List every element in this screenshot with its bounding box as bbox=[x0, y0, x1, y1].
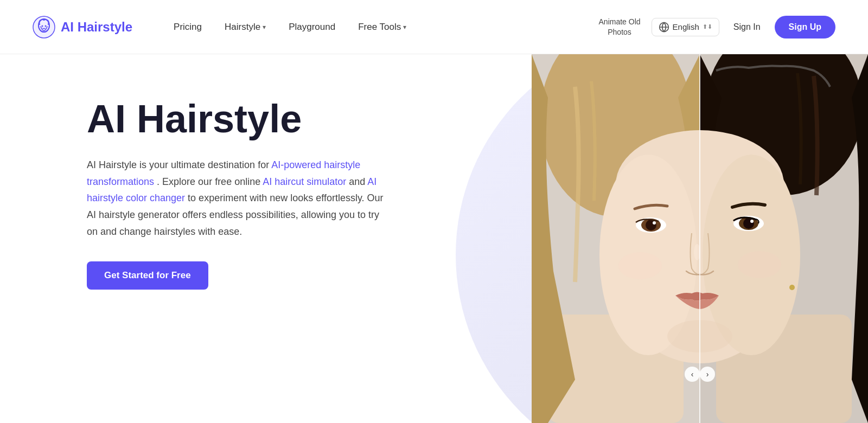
nav-links: Pricing Hairstyle ▾ Playground Free Tool… bbox=[165, 17, 596, 37]
free-tools-chevron-icon: ▾ bbox=[403, 23, 406, 31]
cta-button[interactable]: Get Started for Free bbox=[87, 261, 208, 290]
nav-playground[interactable]: Playground bbox=[280, 17, 344, 37]
hero-section: AI Hairstyle AI Hairstyle is your ultima… bbox=[0, 54, 868, 423]
language-chevron-icon: ⬆⬇ bbox=[703, 23, 712, 30]
logo-link[interactable]: AI Hairstyle bbox=[33, 16, 132, 39]
hero-content: AI Hairstyle AI Hairstyle is your ultima… bbox=[0, 54, 423, 423]
signup-button[interactable]: Sign Up bbox=[775, 16, 835, 39]
hero-title: AI Hairstyle bbox=[87, 98, 391, 140]
svg-point-27 bbox=[738, 251, 781, 278]
globe-icon bbox=[659, 22, 669, 33]
logo-text: AI Hairstyle bbox=[61, 20, 132, 35]
comparison-image-container: ‹ › bbox=[532, 54, 868, 423]
hero-description: AI Hairstyle is your ultimate destinatio… bbox=[87, 157, 391, 240]
hairstyle-chevron-icon: ▾ bbox=[263, 23, 266, 31]
language-selector[interactable]: English ⬆⬇ bbox=[652, 18, 719, 36]
svg-point-22 bbox=[743, 218, 754, 229]
nav-hairstyle[interactable]: Hairstyle ▾ bbox=[216, 17, 275, 37]
svg-point-28 bbox=[789, 285, 795, 290]
svg-point-26 bbox=[618, 252, 662, 279]
svg-point-2 bbox=[42, 25, 43, 27]
svg-text:›: › bbox=[706, 370, 709, 379]
navbar: AI Hairstyle Pricing Hairstyle ▾ Playgro… bbox=[0, 0, 868, 54]
hero-desc-link2: AI haircut simulator bbox=[263, 176, 346, 187]
nav-pricing[interactable]: Pricing bbox=[165, 17, 210, 37]
hero-image-comparison: ‹ › bbox=[532, 54, 868, 423]
nav-right: Animate Old Photos English ⬆⬇ Sign In Si… bbox=[597, 16, 835, 39]
nav-free-tools[interactable]: Free Tools ▾ bbox=[349, 17, 415, 37]
animate-old-photos-link[interactable]: Animate Old Photos bbox=[597, 17, 643, 36]
svg-point-3 bbox=[45, 25, 47, 27]
face-comparison-svg: ‹ › bbox=[532, 54, 868, 423]
svg-point-23 bbox=[750, 220, 754, 223]
svg-text:‹: ‹ bbox=[691, 370, 694, 379]
svg-point-18 bbox=[646, 220, 656, 230]
language-label: English bbox=[673, 22, 699, 31]
signin-button[interactable]: Sign In bbox=[728, 19, 766, 35]
logo-icon bbox=[33, 16, 55, 39]
svg-point-19 bbox=[653, 221, 656, 225]
